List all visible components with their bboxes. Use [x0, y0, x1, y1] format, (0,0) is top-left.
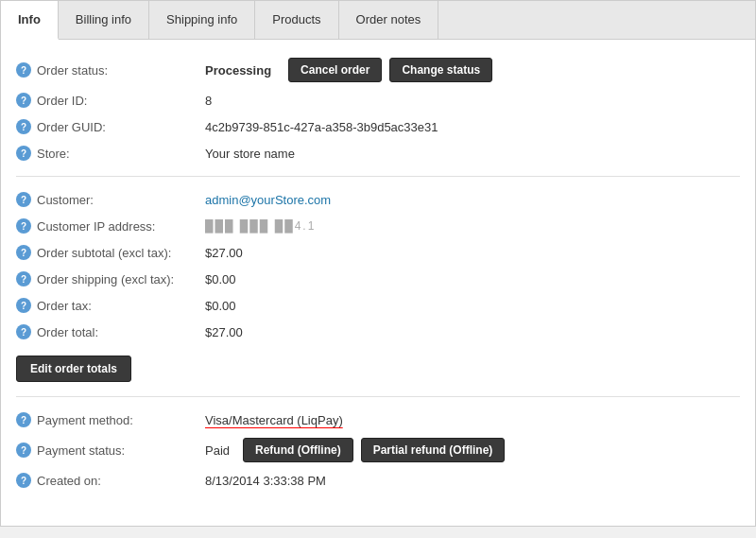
- order-id-value: 8: [205, 94, 740, 108]
- order-id-text: 8: [205, 94, 212, 108]
- tab-shipping[interactable]: Shipping info: [149, 1, 255, 39]
- order-id-field-label: Order ID:: [37, 94, 87, 108]
- help-icon-shipping[interactable]: ?: [16, 271, 31, 286]
- edit-order-totals-button[interactable]: Edit order totals: [16, 356, 131, 382]
- subtotal-text: $27.00: [205, 246, 243, 260]
- payment-method-text: Visa/Mastercard (LiqPay): [205, 413, 343, 427]
- tax-value: $0.00: [205, 299, 740, 313]
- created-on-label: ? Created on:: [16, 473, 205, 488]
- order-guid-text: 4c2b9739-851c-427a-a358-3b9d5ac33e31: [205, 120, 438, 134]
- total-text: $27.00: [205, 325, 243, 339]
- payment-method-value: Visa/Mastercard (LiqPay): [205, 413, 740, 427]
- payment-status-label: ? Payment status:: [16, 443, 205, 458]
- customer-row: ? Customer: admin@yourStore.com: [16, 186, 740, 213]
- tab-billing[interactable]: Billing info: [59, 1, 149, 39]
- created-date-text: 8/13/2014 3:33:38 PM: [205, 474, 326, 488]
- store-row: ? Store: Your store name: [16, 140, 740, 166]
- help-icon-id[interactable]: ?: [16, 93, 31, 108]
- help-icon-total[interactable]: ?: [16, 324, 31, 339]
- tab-products[interactable]: Products: [255, 1, 338, 39]
- order-status-section: ? Order status: Processing Cancel order …: [16, 53, 740, 177]
- order-guid-value: 4c2b9739-851c-427a-a358-3b9d5ac33e31: [205, 120, 740, 134]
- customer-ip-value: ███ ███ ██4.1: [205, 219, 740, 233]
- tab-info[interactable]: Info: [1, 1, 59, 40]
- main-container: Info Billing info Shipping info Products…: [0, 0, 756, 527]
- change-status-button[interactable]: Change status: [389, 58, 492, 82]
- help-icon-created[interactable]: ?: [16, 473, 31, 488]
- shipping-field-label: Order shipping (excl tax):: [37, 272, 174, 286]
- total-label: ? Order total:: [16, 324, 205, 339]
- subtotal-value: $27.00: [205, 246, 740, 260]
- payment-status-field-label: Payment status:: [37, 443, 125, 458]
- payment-method-field-label: Payment method:: [37, 413, 133, 427]
- payment-section: ? Payment method: Visa/Mastercard (LiqPa…: [16, 407, 740, 503]
- total-field-label: Order total:: [37, 325, 98, 339]
- store-label: ? Store:: [16, 146, 205, 161]
- tax-field-label: Order tax:: [37, 299, 92, 313]
- cancel-order-button[interactable]: Cancel order: [288, 58, 382, 82]
- order-guid-field-label: Order GUID:: [37, 120, 106, 134]
- order-guid-label: ? Order GUID:: [16, 119, 205, 134]
- order-status-value: Processing Cancel order Change status: [205, 58, 740, 82]
- total-row: ? Order total: $27.00: [16, 319, 740, 345]
- order-id-row: ? Order ID: 8: [16, 87, 740, 113]
- customer-ip-row: ? Customer IP address: ███ ███ ██4.1: [16, 213, 740, 239]
- tax-row: ? Order tax: $0.00: [16, 292, 740, 319]
- store-name-text: Your store name: [205, 147, 295, 161]
- payment-status-text: Paid: [205, 443, 230, 458]
- payment-status-row: ? Payment status: Paid Refund (Offline) …: [16, 433, 740, 467]
- customer-email-link[interactable]: admin@yourStore.com: [205, 193, 331, 207]
- shipping-row: ? Order shipping (excl tax): $0.00: [16, 266, 740, 292]
- shipping-label: ? Order shipping (excl tax):: [16, 271, 205, 286]
- payment-method-label: ? Payment method:: [16, 412, 205, 427]
- partial-refund-button[interactable]: Partial refund (Offline): [361, 438, 506, 462]
- help-icon-payment-method[interactable]: ?: [16, 412, 31, 427]
- order-guid-row: ? Order GUID: 4c2b9739-851c-427a-a358-3b…: [16, 113, 740, 140]
- tax-label: ? Order tax:: [16, 298, 205, 313]
- customer-section: ? Customer: admin@yourStore.com ? Custom…: [16, 186, 740, 397]
- store-value: Your store name: [205, 147, 740, 161]
- help-icon-customer[interactable]: ?: [16, 192, 31, 207]
- order-id-label: ? Order ID:: [16, 93, 205, 108]
- total-value: $27.00: [205, 325, 740, 339]
- help-icon-payment-status[interactable]: ?: [16, 443, 31, 458]
- tab-order-notes[interactable]: Order notes: [339, 1, 439, 39]
- help-icon-store[interactable]: ?: [16, 146, 31, 161]
- tab-bar: Info Billing info Shipping info Products…: [1, 1, 755, 40]
- tab-content: ? Order status: Processing Cancel order …: [1, 40, 755, 526]
- status-field-label: Order status:: [37, 63, 108, 78]
- customer-ip-field-label: Customer IP address:: [37, 219, 155, 234]
- customer-label: ? Customer:: [16, 192, 205, 207]
- help-icon-subtotal[interactable]: ?: [16, 245, 31, 260]
- help-icon-tax[interactable]: ?: [16, 298, 31, 313]
- tax-text: $0.00: [205, 299, 236, 313]
- customer-ip-label: ? Customer IP address:: [16, 218, 205, 234]
- status-text: Processing: [205, 63, 271, 78]
- created-on-value: 8/13/2014 3:33:38 PM: [205, 474, 740, 488]
- edit-totals-row: Edit order totals: [16, 345, 740, 387]
- customer-field-label: Customer:: [37, 193, 94, 207]
- subtotal-field-label: Order subtotal (excl tax):: [37, 246, 171, 260]
- subtotal-row: ? Order subtotal (excl tax): $27.00: [16, 239, 740, 266]
- shipping-text: $0.00: [205, 272, 236, 286]
- customer-email-value: admin@yourStore.com: [205, 193, 740, 207]
- created-field-label: Created on:: [37, 474, 101, 488]
- store-field-label: Store:: [37, 147, 70, 161]
- refund-button[interactable]: Refund (Offline): [243, 438, 353, 462]
- shipping-value: $0.00: [205, 272, 740, 286]
- subtotal-label: ? Order subtotal (excl tax):: [16, 245, 205, 260]
- help-icon-status[interactable]: ?: [16, 62, 31, 78]
- created-on-row: ? Created on: 8/13/2014 3:33:38 PM: [16, 467, 740, 494]
- payment-status-value: Paid Refund (Offline) Partial refund (Of…: [205, 438, 740, 462]
- order-status-label: ? Order status:: [16, 62, 205, 78]
- payment-method-row: ? Payment method: Visa/Mastercard (LiqPa…: [16, 407, 740, 433]
- help-icon-ip[interactable]: ?: [16, 218, 31, 234]
- help-icon-guid[interactable]: ?: [16, 119, 31, 134]
- customer-ip-text: ███ ███ ██4.1: [205, 219, 316, 233]
- order-status-row: ? Order status: Processing Cancel order …: [16, 53, 740, 87]
